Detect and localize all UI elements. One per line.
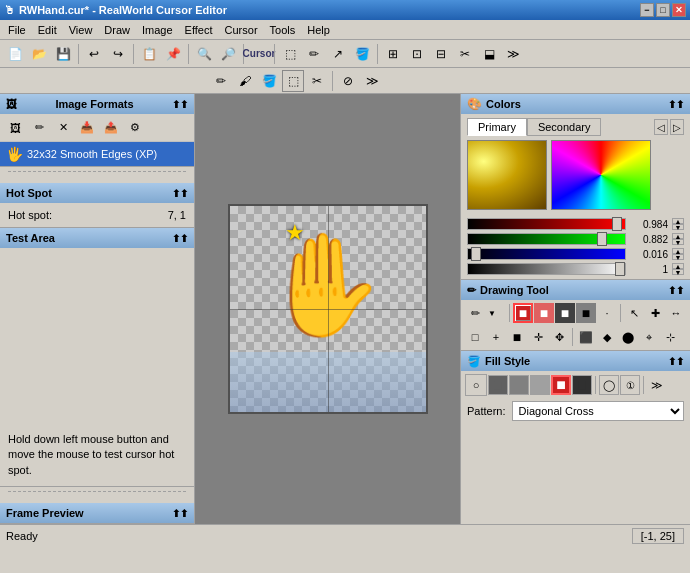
primary-swatch[interactable] — [467, 140, 547, 210]
toolbar-extra5[interactable]: ⬓ — [478, 43, 500, 65]
tool-pencil[interactable]: ✏ — [465, 303, 485, 323]
toolbar-copy[interactable]: 📋 — [138, 43, 160, 65]
format-import[interactable]: 📥 — [76, 117, 98, 139]
toolbar-fill[interactable]: 🪣 — [351, 43, 373, 65]
slider-b-down[interactable]: ▼ — [672, 254, 684, 260]
tool-extra3[interactable]: ⬤ — [618, 327, 638, 347]
tool-solid-square[interactable]: ■ — [507, 327, 527, 347]
toolbar-undo[interactable]: ↩ — [83, 43, 105, 65]
tool-fill-dark[interactable]: ■ — [555, 303, 575, 323]
slider-a-down[interactable]: ▼ — [672, 269, 684, 275]
secondary-swatch[interactable] — [551, 140, 651, 210]
toolbar-cursor[interactable]: Cursor — [248, 43, 270, 65]
menu-view[interactable]: View — [63, 22, 99, 38]
fill-solid-dark[interactable]: ■ — [488, 375, 508, 395]
drawing-collapse[interactable]: ⬆⬆ — [668, 285, 684, 296]
canvas-tool-crop[interactable]: ✂ — [306, 70, 328, 92]
tab-secondary[interactable]: Secondary — [527, 118, 602, 136]
format-add[interactable]: 🖼 — [4, 117, 26, 139]
fill-pattern-select[interactable]: Diagonal Cross None Solid Cross Horizont… — [512, 401, 684, 421]
fill-red-active[interactable]: ■ — [551, 375, 571, 395]
menu-cursor[interactable]: Cursor — [219, 22, 264, 38]
image-formats-collapse[interactable]: ⬆⬆ — [172, 99, 188, 110]
slider-g[interactable] — [467, 233, 626, 245]
maximize-button[interactable]: □ — [656, 3, 670, 17]
crosshair-v — [328, 206, 329, 412]
menu-file[interactable]: File — [2, 22, 32, 38]
slider-r[interactable] — [467, 218, 626, 230]
slider-b[interactable] — [467, 248, 626, 260]
hotspot-collapse[interactable]: ⬆⬆ — [172, 188, 188, 199]
toolbar-expand[interactable]: ≫ — [502, 43, 524, 65]
canvas-expand2[interactable]: ≫ — [361, 70, 383, 92]
format-export[interactable]: 📤 — [100, 117, 122, 139]
toolbar-extra1[interactable]: ⊞ — [382, 43, 404, 65]
slider-a[interactable] — [467, 263, 626, 275]
format-edit[interactable]: ✏ — [28, 117, 50, 139]
toolbar-draw[interactable]: ✏ — [303, 43, 325, 65]
toolbar-arrow[interactable]: ↗ — [327, 43, 349, 65]
tool-fill-pink[interactable]: ■ — [534, 303, 554, 323]
format-item[interactable]: 🖐 32x32 Smooth Edges (XP) — [0, 142, 194, 166]
tool-square-outline[interactable]: □ — [465, 327, 485, 347]
toolbar-extra4[interactable]: ✂ — [454, 43, 476, 65]
toolbar-redo[interactable]: ↪ — [107, 43, 129, 65]
tool-extra5[interactable]: ⊹ — [660, 327, 680, 347]
tool-dot[interactable]: + — [486, 327, 506, 347]
toolbar-zoom-in[interactable]: 🔍 — [193, 43, 215, 65]
toolbar-save[interactable]: 💾 — [52, 43, 74, 65]
fill-expand[interactable]: ≫ — [647, 375, 667, 395]
tool-dropdown[interactable]: ▼ — [486, 303, 506, 323]
menu-tools[interactable]: Tools — [264, 22, 302, 38]
center-canvas[interactable]: ★ 🤚 — [195, 94, 460, 524]
menu-help[interactable]: Help — [301, 22, 336, 38]
tool-fill-medium[interactable]: ■ — [576, 303, 596, 323]
framepreview-collapse[interactable]: ⬆⬆ — [172, 508, 188, 519]
tool-extra2[interactable]: ◆ — [597, 327, 617, 347]
tool-fill-red[interactable]: ■ — [513, 303, 533, 323]
fill-solid-med[interactable]: ■ — [509, 375, 529, 395]
colors-collapse[interactable]: ⬆⬆ — [668, 99, 684, 110]
toolbar-paste[interactable]: 📌 — [162, 43, 184, 65]
menu-effect[interactable]: Effect — [179, 22, 219, 38]
fill-none[interactable]: ○ — [465, 374, 487, 396]
menu-edit[interactable]: Edit — [32, 22, 63, 38]
toolbar-zoom-out[interactable]: 🔎 — [217, 43, 239, 65]
tool-extra1[interactable]: ⬛ — [576, 327, 596, 347]
canvas-tool-bucket[interactable]: 🪣 — [258, 70, 280, 92]
tool-extra4[interactable]: ⌖ — [639, 327, 659, 347]
fill-collapse[interactable]: ⬆⬆ — [668, 356, 684, 367]
canvas-tool-pencil[interactable]: ✏ — [210, 70, 232, 92]
testarea-content[interactable]: Hold down left mouse button and move the… — [0, 248, 194, 486]
tool-move[interactable]: ✥ — [549, 327, 569, 347]
tool-arrow-cross[interactable]: ✚ — [645, 303, 665, 323]
close-button[interactable]: ✕ — [672, 3, 686, 17]
tool-arrows[interactable]: ↔ — [666, 303, 686, 323]
fill-circle[interactable]: ◯ — [599, 375, 619, 395]
toolbar-select[interactable]: ⬚ — [279, 43, 301, 65]
minimize-button[interactable]: − — [640, 3, 654, 17]
tool-crosshair[interactable]: ✛ — [528, 327, 548, 347]
format-settings[interactable]: ⚙ — [124, 117, 146, 139]
slider-g-down[interactable]: ▼ — [672, 239, 684, 245]
toolbar-open[interactable]: 📂 — [28, 43, 50, 65]
canvas-tool-brush[interactable]: 🖌 — [234, 70, 256, 92]
color-nav-next[interactable]: ▷ — [670, 119, 684, 135]
toolbar-new[interactable]: 📄 — [4, 43, 26, 65]
canvas-tool-rubber[interactable]: ⊘ — [337, 70, 359, 92]
tab-primary[interactable]: Primary — [467, 118, 527, 136]
fill-dark2[interactable]: ■ — [572, 375, 592, 395]
color-nav-prev[interactable]: ◁ — [654, 119, 668, 135]
testarea-collapse[interactable]: ⬆⬆ — [172, 233, 188, 244]
fill-solid-light[interactable]: ■ — [530, 375, 550, 395]
tool-pixel[interactable]: · — [597, 303, 617, 323]
toolbar-extra3[interactable]: ⊟ — [430, 43, 452, 65]
toolbar-extra2[interactable]: ⊡ — [406, 43, 428, 65]
menu-image[interactable]: Image — [136, 22, 179, 38]
tool-arrow-up[interactable]: ↖ — [624, 303, 644, 323]
format-delete[interactable]: ✕ — [52, 117, 74, 139]
canvas-tool-select[interactable]: ⬚ — [282, 70, 304, 92]
menu-draw[interactable]: Draw — [98, 22, 136, 38]
slider-r-down[interactable]: ▼ — [672, 224, 684, 230]
fill-num1[interactable]: ① — [620, 375, 640, 395]
